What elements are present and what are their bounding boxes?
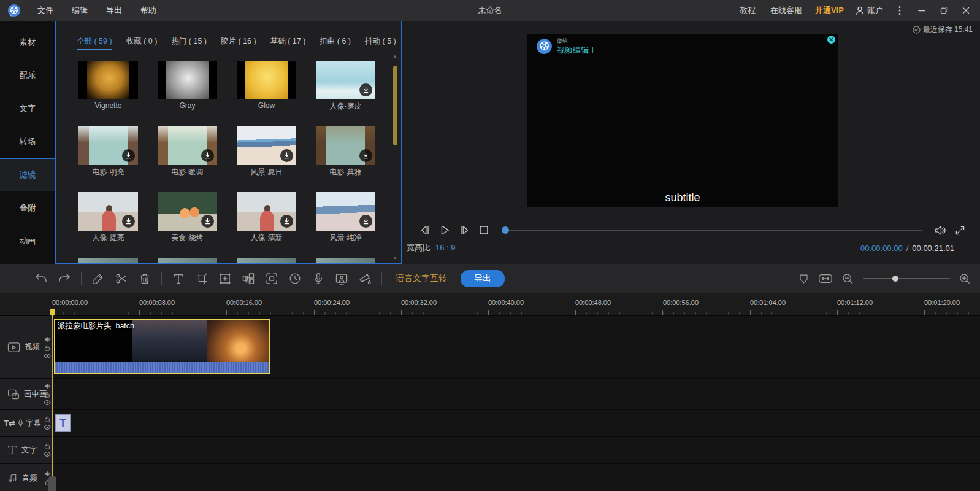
download-icon[interactable] xyxy=(201,149,214,162)
track-lock-icon[interactable] xyxy=(44,416,50,423)
close-button[interactable] xyxy=(957,3,975,18)
edit-clip-button[interactable] xyxy=(86,268,110,289)
aspect-ratio[interactable]: 宽高比16 : 9 xyxy=(407,242,456,253)
filter-item-partial[interactable] xyxy=(312,258,391,264)
play-button[interactable] xyxy=(437,222,453,238)
filter-thumbnail[interactable] xyxy=(78,61,138,99)
timeline-scroll-handle[interactable] xyxy=(48,476,56,491)
more-menu-button[interactable] xyxy=(890,3,909,18)
duration-button[interactable] xyxy=(283,268,307,289)
watermark-close-icon[interactable]: ✕ xyxy=(827,36,835,44)
filter-thumbnail[interactable] xyxy=(316,192,375,231)
mosaic-button[interactable] xyxy=(237,268,260,289)
volume-button[interactable] xyxy=(932,222,948,238)
filter-thumbnail[interactable] xyxy=(316,61,375,99)
crop-button[interactable] xyxy=(190,268,213,289)
sidebar-item-animation[interactable]: 动画 xyxy=(0,225,55,258)
canvas-subtitle-text[interactable]: subtitle xyxy=(527,191,838,204)
fit-timeline-button[interactable] xyxy=(818,273,833,285)
track-pip-lane[interactable] xyxy=(53,379,980,409)
track-subtitle-header[interactable]: T⇄ 字幕 xyxy=(0,410,53,436)
add-text-button[interactable] xyxy=(167,268,190,289)
menu-file[interactable]: 文件 xyxy=(29,2,61,18)
filter-thumbnail[interactable] xyxy=(78,192,138,231)
filter-item[interactable]: 美食-烧烤 xyxy=(153,192,232,258)
seek-slider[interactable] xyxy=(502,222,922,238)
tab-distort[interactable]: 扭曲 ( 6 ) xyxy=(320,36,351,50)
sidebar-item-overlays[interactable]: 叠附 xyxy=(0,191,55,225)
filter-item[interactable]: 电影-暖调 xyxy=(153,126,232,192)
tab-film[interactable]: 胶片 ( 16 ) xyxy=(221,36,256,50)
download-icon[interactable] xyxy=(359,215,372,228)
speech-text-convert-button[interactable]: 语音文字互转 xyxy=(396,273,447,284)
track-lock-icon[interactable] xyxy=(44,344,50,351)
tab-all[interactable]: 全部 ( 59 ) xyxy=(77,36,112,50)
track-visibility-icon[interactable] xyxy=(44,400,51,406)
track-audio-lane[interactable] xyxy=(53,464,980,491)
sidebar-item-filters[interactable]: 滤镜 xyxy=(0,158,55,191)
maximize-button[interactable] xyxy=(935,3,953,18)
filter-item[interactable]: 人像-清新 xyxy=(232,192,312,258)
filter-item[interactable]: Glow xyxy=(232,61,312,126)
download-icon[interactable] xyxy=(359,149,372,162)
filter-item-partial[interactable] xyxy=(232,258,312,264)
zoom-out-button[interactable] xyxy=(841,273,854,285)
track-video-header[interactable]: 视频 xyxy=(0,316,53,378)
timeline-ruler[interactable]: 00:00:00.00 00:00:08.00 00:00:16.00 00:0… xyxy=(0,293,980,316)
sidebar-item-media[interactable]: 素材 xyxy=(0,26,55,59)
pip-frame-button[interactable] xyxy=(260,268,283,289)
style-paint-button[interactable] xyxy=(353,268,377,289)
marker-button[interactable] xyxy=(798,273,810,285)
delete-button[interactable] xyxy=(133,268,156,289)
record-voiceover-button[interactable] xyxy=(307,268,330,289)
seek-track[interactable] xyxy=(502,230,922,231)
filter-thumbnail[interactable] xyxy=(78,126,138,165)
avatar-overlay-button[interactable] xyxy=(330,268,353,289)
track-visibility-icon[interactable] xyxy=(44,353,51,358)
track-subtitle-lane[interactable]: T xyxy=(53,410,980,436)
next-frame-button[interactable] xyxy=(456,222,472,238)
filter-item[interactable]: 人像-磨皮 xyxy=(312,61,391,126)
fullscreen-button[interactable] xyxy=(952,222,968,238)
track-audio-header[interactable]: 音频 xyxy=(0,464,53,491)
filters-scrollbar-thumb[interactable] xyxy=(393,66,397,145)
minimize-button[interactable] xyxy=(913,3,931,18)
aspect-ratio-value[interactable]: 16 : 9 xyxy=(435,243,456,252)
tab-shake[interactable]: 抖动 ( 5 ) xyxy=(365,36,396,50)
preview-canvas[interactable]: 傲软 视频编辑王 ✕ subtitle xyxy=(527,34,838,207)
filter-item[interactable]: Gray xyxy=(153,61,232,126)
filter-thumbnail[interactable] xyxy=(158,192,217,231)
track-mute-icon[interactable] xyxy=(44,336,51,342)
menu-edit[interactable]: 编辑 xyxy=(64,2,96,18)
menu-help[interactable]: 帮助 xyxy=(132,2,164,18)
track-pip-header[interactable]: 画中画 xyxy=(0,379,53,409)
track-lock-icon[interactable] xyxy=(44,443,50,450)
filter-thumbnail[interactable] xyxy=(237,192,296,231)
download-icon[interactable] xyxy=(122,215,135,228)
track-visibility-icon[interactable] xyxy=(44,452,51,457)
download-icon[interactable] xyxy=(280,215,293,228)
sidebar-item-transitions[interactable]: 转场 xyxy=(0,125,55,158)
download-icon[interactable] xyxy=(201,215,214,228)
tutorial-link[interactable]: 教程 xyxy=(734,2,761,18)
account-button[interactable]: 账户 xyxy=(851,2,887,18)
previous-frame-button[interactable] xyxy=(417,222,433,238)
sidebar-item-music[interactable]: 配乐 xyxy=(0,59,55,92)
stop-button[interactable] xyxy=(476,222,492,238)
vip-upgrade-link[interactable]: 开通VIP xyxy=(811,2,848,18)
download-icon[interactable] xyxy=(280,149,293,162)
sidebar-item-text[interactable]: 文字 xyxy=(0,92,55,125)
filter-item[interactable]: 电影-典雅 xyxy=(312,126,391,192)
filter-item[interactable]: 风景-夏日 xyxy=(232,126,312,192)
filter-thumbnail[interactable] xyxy=(316,126,375,165)
filter-item-partial[interactable] xyxy=(153,258,232,264)
track-video-lane[interactable]: 派拉蒙电影片头_batch xyxy=(53,316,980,378)
tab-popular[interactable]: 热门 ( 15 ) xyxy=(171,36,207,50)
zoom-slider-track[interactable] xyxy=(863,278,950,279)
redo-button[interactable] xyxy=(53,268,76,289)
undo-button[interactable] xyxy=(29,268,53,289)
zoom-slider-handle[interactable] xyxy=(892,276,898,282)
track-text-lane[interactable] xyxy=(53,437,980,463)
filter-thumbnail[interactable] xyxy=(158,61,217,99)
online-support-link[interactable]: 在线客服 xyxy=(765,2,808,18)
